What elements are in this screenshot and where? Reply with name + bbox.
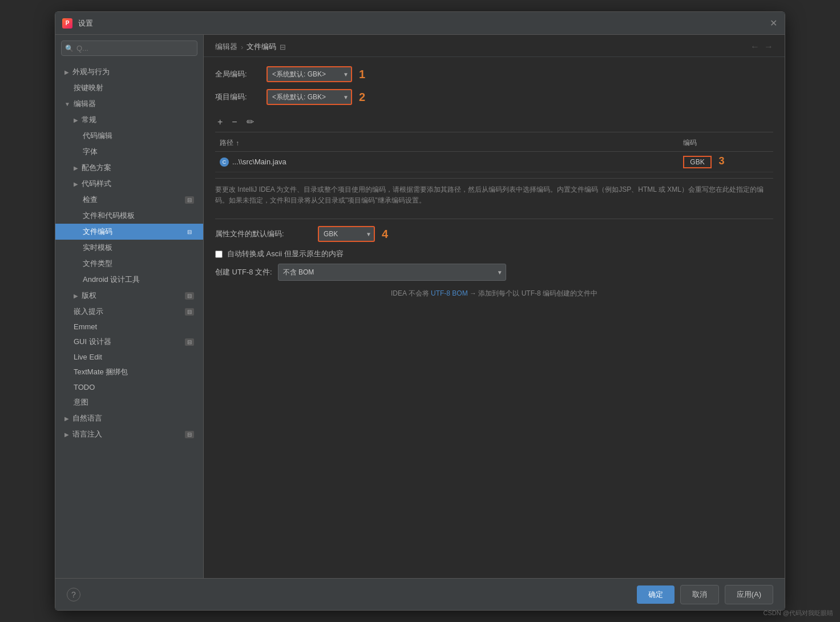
add-button[interactable]: +	[215, 116, 225, 128]
search-input[interactable]	[61, 41, 197, 56]
chevron-icon: ▶	[64, 431, 69, 438]
sidebar-item-label: 字体	[83, 147, 98, 157]
sidebar-item-general[interactable]: ▶ 常规	[55, 112, 203, 128]
remove-button[interactable]: −	[229, 116, 239, 128]
sidebar-item-file-types[interactable]: 文件类型	[55, 256, 203, 272]
sidebar-item-inlay-hints[interactable]: 嵌入提示 ⊟	[55, 304, 203, 320]
sidebar: 🔍 ▶ 外观与行为 按键映射 ▼ 编辑器	[55, 35, 204, 578]
help-button[interactable]: ?	[67, 588, 80, 601]
sidebar-item-label: 代码样式	[82, 179, 111, 189]
properties-encoding-badge: 4	[382, 228, 388, 241]
file-icon: C	[220, 157, 229, 167]
close-button[interactable]: ✕	[769, 19, 778, 28]
sidebar-item-label: 文件和代码模板	[83, 211, 135, 221]
table-header: 路径 ↑ 编码	[215, 135, 773, 152]
auto-convert-label[interactable]: 自动转换成 Ascii 但显示原生的内容	[227, 249, 344, 259]
sidebar-item-label: 常规	[82, 115, 96, 125]
chevron-icon: ▶	[74, 293, 78, 299]
nav-section: ▶ 外观与行为 按键映射 ▼ 编辑器 ▶ 常规	[55, 62, 203, 445]
utf8-hint-suffix: 添加到每个以 UTF-8 编码创建的文件中	[478, 289, 597, 297]
global-encoding-row: 全局编码: <系统默认: GBK> UTF-8 GBK ▼ 1	[215, 66, 773, 82]
sidebar-item-code-style[interactable]: ▶ 代码样式	[55, 176, 203, 192]
footer: ? 确定 取消 应用(A)	[55, 578, 785, 610]
global-encoding-label: 全局编码:	[215, 69, 261, 79]
sidebar-item-intention[interactable]: 意图	[55, 394, 203, 410]
sidebar-item-label: 版权	[82, 290, 96, 301]
auto-convert-checkbox[interactable]	[215, 251, 223, 258]
badge-inspections: ⊟	[185, 196, 194, 204]
sidebar-item-font[interactable]: 字体	[55, 144, 203, 160]
sidebar-item-label: 编辑器	[74, 99, 96, 109]
edit-button[interactable]: ✏	[244, 115, 256, 128]
breadcrumb-parent: 编辑器	[215, 42, 237, 52]
sidebar-item-file-code-templates[interactable]: 文件和代码模板	[55, 208, 203, 224]
sidebar-item-gui-designer[interactable]: GUI 设计器 ⊟	[55, 334, 203, 350]
properties-encoding-select[interactable]: GBK UTF-8	[318, 226, 375, 242]
project-encoding-badge: 2	[359, 91, 365, 104]
apply-button[interactable]: 应用(A)	[725, 585, 773, 604]
sidebar-item-color-scheme[interactable]: ▶ 配色方案	[55, 160, 203, 176]
sidebar-item-copyright[interactable]: ▶ 版权 ⊟	[55, 288, 203, 304]
project-encoding-label: 项目编码:	[215, 92, 261, 102]
badge-gui: ⊟	[185, 338, 194, 346]
content-area: 🔍 ▶ 外观与行为 按键映射 ▼ 编辑器	[55, 35, 785, 578]
encoding-value: GBK	[683, 156, 712, 168]
utf8-hint-prefix: IDEA 不会将	[391, 289, 431, 297]
chevron-icon: ▶	[74, 165, 78, 171]
sidebar-item-natural-language[interactable]: ▶ 自然语言	[55, 410, 203, 426]
encoding-toolbar: + − ✏	[215, 112, 773, 132]
project-encoding-select[interactable]: <系统默认: GBK> UTF-8 GBK	[266, 89, 352, 105]
sidebar-item-label: 实时模板	[83, 243, 112, 253]
global-encoding-select[interactable]: <系统默认: GBK> UTF-8 GBK	[266, 66, 352, 82]
settings-dialog: P 设置 ✕ 🔍 ▶ 外观与行为 按键映射	[55, 11, 785, 611]
sidebar-item-label: 外观与行为	[72, 67, 110, 77]
col-path-header: 路径 ↑	[220, 138, 683, 148]
main-panel: 编辑器 › 文件编码 ⊟ ← → 全局编码: <系统默认: GBK>	[204, 35, 785, 578]
sidebar-item-language-injection[interactable]: ▶ 语言注入 ⊟	[55, 426, 203, 442]
chevron-icon: ▼	[64, 101, 70, 107]
chevron-icon: ▶	[74, 181, 78, 187]
info-text: 要更改 IntelliJ IDEA 为文件、目录或整个项目使用的编码，请根据需要…	[215, 178, 773, 212]
col-path-label: 路径	[220, 138, 233, 148]
sidebar-item-label: Android 设计工具	[83, 274, 140, 285]
sidebar-item-emmet[interactable]: Emmet	[55, 320, 203, 334]
sidebar-item-textmate[interactable]: TextMate 捆绑包	[55, 364, 203, 380]
sidebar-item-keymap[interactable]: 按键映射	[55, 80, 203, 96]
utf8-hint-arrow: →	[470, 289, 478, 297]
col-encoding-header: 编码	[683, 138, 769, 148]
badge-inlay: ⊟	[185, 308, 194, 316]
sidebar-item-inspections[interactable]: 检查 ⊟	[55, 192, 203, 208]
utf8-bom-link[interactable]: UTF-8 BOM	[431, 289, 468, 297]
sidebar-item-live-templates[interactable]: 实时模板	[55, 240, 203, 256]
badge-file-encoding: ⊟	[185, 228, 194, 236]
sidebar-item-label: TODO	[64, 383, 95, 391]
sidebar-item-android-designer[interactable]: Android 设计工具	[55, 272, 203, 288]
project-encoding-row: 项目编码: <系统默认: GBK> UTF-8 GBK ▼ 2	[215, 89, 773, 105]
confirm-button[interactable]: 确定	[637, 585, 675, 604]
nav-forward[interactable]: →	[764, 42, 773, 52]
app-icon: P	[62, 18, 72, 29]
nav-back[interactable]: ←	[750, 42, 760, 52]
properties-encoding-row: 属性文件的默认编码: GBK UTF-8 ▼ 4	[215, 226, 773, 242]
sidebar-item-todo[interactable]: TODO	[55, 380, 203, 394]
chevron-icon: ▶	[64, 415, 69, 422]
sidebar-item-editor[interactable]: ▼ 编辑器	[55, 96, 203, 112]
auto-convert-row: 自动转换成 Ascii 但显示原生的内容	[215, 249, 773, 259]
sidebar-item-file-encoding[interactable]: 文件编码 ⊟	[55, 224, 203, 240]
sidebar-item-label: Emmet	[64, 322, 97, 331]
sidebar-item-code-editing[interactable]: 代码编辑	[55, 128, 203, 144]
sidebar-item-appearance[interactable]: ▶ 外观与行为	[55, 64, 203, 80]
sidebar-item-live-edit[interactable]: Live Edit	[55, 350, 203, 364]
cancel-button[interactable]: 取消	[680, 585, 719, 604]
create-utf8-select[interactable]: 不含 BOM 含 BOM	[278, 264, 506, 281]
sort-icon[interactable]: ↑	[236, 139, 239, 147]
chevron-icon: ▶	[74, 117, 78, 123]
dialog-title: 设置	[78, 18, 769, 29]
breadcrumb-sep: ›	[241, 43, 243, 51]
chevron-icon: ▶	[64, 69, 69, 75]
sidebar-item-label: 检查	[83, 195, 98, 205]
title-bar: P 设置 ✕	[55, 12, 785, 35]
sidebar-item-label: 按键映射	[64, 83, 103, 93]
properties-encoding-label: 属性文件的默认编码:	[215, 229, 312, 239]
global-encoding-badge: 1	[359, 68, 365, 81]
